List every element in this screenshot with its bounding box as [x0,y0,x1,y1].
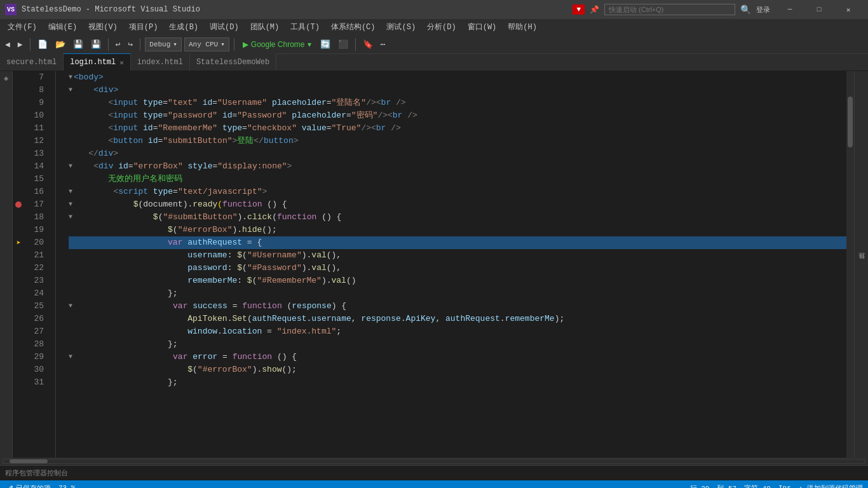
bp-8 [13,84,24,97]
menu-team[interactable]: 团队(M) [245,19,285,35]
status-repo[interactable]: ⎇ 已保存的项 [5,484,51,489]
vertical-scrollbar[interactable] [846,71,854,458]
quick-launch-input[interactable] [604,4,735,15]
filter-button[interactable]: ▼ [573,4,585,15]
linenum-9: 9 [24,97,48,109]
menu-architecture[interactable]: 体系结构(C) [326,19,381,35]
scrollbar-thumb[interactable] [848,97,853,147]
toolbar-bookmark[interactable]: 🔖 [360,38,376,51]
code-content[interactable]: ▼ <body> ▼ <div> <input type="text" id="… [56,71,846,458]
bp-14 [13,160,24,173]
linenum-24: 24 [24,287,48,300]
menu-analyze[interactable]: 分析(D) [422,19,461,35]
code-line-7: ▼ <body> [69,71,846,84]
menu-help[interactable]: 帮助(H) [503,19,542,35]
status-zoom[interactable]: 73 % [58,484,75,488]
code-line-31: }; [69,376,846,389]
linenum-29: 29 [24,351,48,363]
toolbar-new[interactable]: 📄 [35,38,50,51]
menu-project[interactable]: 项目(P) [124,19,163,35]
toolbar-more[interactable]: ⋯ [378,38,388,51]
collapse-18[interactable]: ▼ [69,211,72,224]
status-row: 行 20 [690,484,710,489]
code-line-15: 无效的用户名和密码 [69,173,846,186]
code-area[interactable]: 7 8 9 10 11 12 13 14 15 16 17 18 19 20 2… [24,71,854,458]
menu-edit[interactable]: 编辑(E) [43,19,83,35]
bp-27 [13,325,24,338]
menu-build[interactable]: 生成(B) [164,19,203,35]
code-line-29: ▼ var error = function () { [69,351,846,363]
breakpoint-dot-17[interactable] [15,201,22,208]
signin-button[interactable]: 登录 [756,5,770,15]
toolbar-refresh[interactable]: 🔄 [318,38,333,51]
tab-login-close[interactable]: ✕ [119,58,124,67]
vs-logo: VS [5,4,17,15]
horizontal-scrollbar-track[interactable] [3,459,865,464]
tab-index-label: index.html [137,58,183,67]
toolbar-redo[interactable]: ↪ [125,38,135,51]
collapse-7[interactable]: ▼ [69,71,72,84]
linenum-27: 27 [24,325,48,338]
status-left: ⎇ 已保存的项 73 % [5,484,75,489]
toolbar-sep-2 [108,38,109,51]
collapse-17[interactable]: ▼ [69,198,72,211]
tab-secure[interactable]: secure.html [0,53,64,71]
code-line-22: password : $ ( "#Password" ). val (), [69,262,846,274]
linenum-21: 21 [24,249,48,262]
editor-container: ◈ ➤ 7 8 [0,71,868,458]
tab-bar: secure.html login.html ✕ index.html Stat… [0,54,868,71]
title-search-icon[interactable]: 🔍 [740,4,751,15]
run-dropdown-arrow[interactable]: ▾ [308,40,311,49]
status-add-source[interactable]: ↑ 添加到源代码管理 [799,484,863,489]
bp-24 [13,287,24,300]
toolbar-back[interactable]: ◀ [3,38,13,51]
linenum-20: 20 [24,236,48,249]
toolbar-undo[interactable]: ↩ [113,38,123,51]
collapse-16[interactable]: ▼ [69,186,72,198]
minimize-button[interactable]: ─ [775,0,804,19]
col-label: 列 57 [717,484,736,489]
collapse-29[interactable]: ▼ [69,351,72,363]
bp-20: ➤ [13,236,24,249]
tab-index[interactable]: index.html [131,53,190,71]
bp-21 [13,249,24,262]
bp-13 [13,147,24,160]
code-line-17: ▼ $(document). ready ( function () { [69,198,846,211]
toolbar-forward[interactable]: ▶ [15,38,25,51]
pin-icon[interactable]: 📌 [590,5,599,15]
tab-login[interactable]: login.html ✕ [64,53,131,71]
toolbar-save[interactable]: 💾 [71,38,86,51]
collapse-14[interactable]: ▼ [69,160,72,173]
scrollbar-track[interactable] [846,97,854,458]
maximize-button[interactable]: □ [804,0,834,19]
collapse-8[interactable]: ▼ [69,84,72,97]
platform-dropdown[interactable]: Any CPU ▾ [184,37,229,51]
toolbar-sep-3 [140,38,140,51]
linenum-19: 19 [24,224,48,236]
menu-tools[interactable]: 工具(T) [285,19,325,35]
bottom-panel: 程序包管理器控制台 [0,465,868,480]
tab-project[interactable]: StatelessDemoWeb [190,53,276,71]
close-button[interactable]: ✕ [834,0,863,19]
run-button[interactable]: ▶ Google Chrome ▾ [239,39,315,50]
bp-19 [13,224,24,236]
menu-file[interactable]: 文件(F) [3,19,42,35]
tab-secure-label: secure.html [6,58,57,67]
zoom-level: 73 % [58,484,75,488]
menu-window[interactable]: 窗口(W) [463,19,502,35]
menu-debug[interactable]: 调试(D) [205,19,244,35]
debug-mode-dropdown[interactable]: Debug ▾ [145,37,182,51]
horizontal-scrollbar-thumb[interactable] [10,459,48,463]
tab-login-label: login.html [70,58,116,67]
menu-view[interactable]: 视图(V) [83,19,123,35]
bottom-panel-label: 程序包管理器控制台 [5,468,68,478]
menu-test[interactable]: 测试(S) [381,19,421,35]
toolbar-save-all[interactable]: 💾 [88,38,104,51]
collapse-25[interactable]: ▼ [69,300,72,313]
tab-project-label: StatelessDemoWeb [196,58,269,67]
linenum-30: 30 [24,363,48,376]
toolbar-open[interactable]: 📂 [53,38,68,51]
gutter-icon-1: ◈ [4,74,8,83]
right-sidebar-label-1[interactable]: 注释 [857,262,868,267]
linenum-17: 17 [24,198,48,211]
